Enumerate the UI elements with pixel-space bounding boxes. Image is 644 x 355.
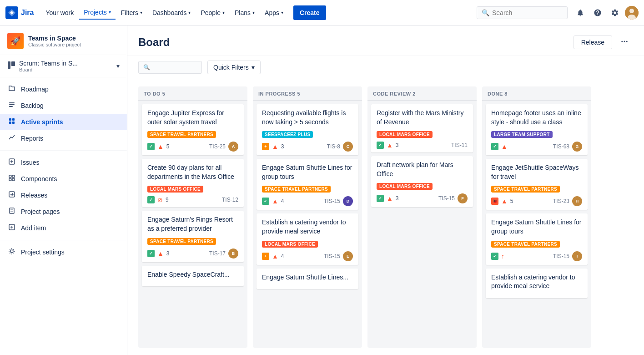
app-layout: 🚀 Teams in Space Classic software projec… [0, 25, 644, 355]
plans-chevron-icon: ▾ [252, 10, 255, 15]
card-title: Homepage footer uses an inline style - s… [491, 109, 582, 127]
table-row[interactable]: Engage Saturn Shuttle Lines for group to… [257, 159, 358, 210]
issue-id: TIS-15 [324, 198, 340, 204]
issue-type-icon: ✓ [262, 198, 269, 205]
filters-nav[interactable]: Filters ▾ [116, 6, 147, 19]
svg-rect-6 [9, 102, 15, 103]
user-avatar[interactable] [625, 6, 639, 20]
filters-chevron-icon: ▾ [140, 10, 142, 15]
people-chevron-icon: ▾ [222, 10, 225, 15]
sidebar-item-roadmap[interactable]: Roadmap [0, 81, 127, 97]
board-search[interactable]: 🔍 [138, 61, 202, 74]
table-row[interactable]: Engage Saturn Shuttle Lines for group to… [486, 213, 588, 264]
sidebar-item-active-sprints[interactable]: Active sprints [0, 114, 127, 130]
svg-rect-21 [10, 208, 14, 213]
project-pages-icon [7, 207, 16, 216]
svg-rect-4 [8, 61, 10, 69]
table-row[interactable]: Enable Speedy SpaceCraft... [142, 266, 244, 287]
sidebar-item-releases[interactable]: Releases [0, 187, 127, 203]
sidebar-item-project-settings[interactable]: Project settings [0, 244, 127, 260]
table-row[interactable]: Homepage footer uses an inline style - s… [486, 104, 588, 155]
project-header: 🚀 Teams in Space Classic software projec… [0, 25, 127, 55]
issue-type-icon: ✓ [377, 142, 384, 149]
main-content: Board Release 🔍 Quick Filters ▾ [127, 25, 644, 355]
card-title: Register with the Mars Ministry of Reven… [377, 109, 468, 127]
issue-id: TIS-15 [553, 253, 569, 259]
board-column-done: DONE 8 Homepage footer uses an inline st… [482, 86, 591, 348]
settings-icon[interactable] [608, 5, 622, 20]
issues-icon [7, 158, 16, 167]
projects-nav[interactable]: Projects ▾ [79, 6, 116, 20]
table-row[interactable]: Register with the Mars Ministry of Reven… [371, 104, 473, 152]
table-row[interactable]: Create 90 day plans for all departments … [142, 159, 244, 207]
help-icon[interactable] [590, 5, 605, 20]
search-box[interactable]: 🔍 [477, 6, 568, 19]
svg-point-2 [629, 9, 634, 13]
board-selector[interactable]: Scrum: Teams in S... Board ▾ [0, 55, 127, 77]
table-row[interactable]: Engage Saturn Shuttle Lines... [257, 269, 358, 289]
avatar: E [343, 251, 353, 261]
issue-id: TIS-23 [553, 198, 569, 204]
priority-icon: ▲ [272, 143, 278, 150]
sidebar-item-backlog[interactable]: Backlog [0, 97, 127, 114]
priority-icon: ▲ [157, 143, 164, 150]
board-icon [7, 61, 15, 71]
table-row[interactable]: Establish a catering vendor to provide m… [257, 213, 358, 264]
board-search-input[interactable] [153, 64, 197, 71]
release-button[interactable]: Release [574, 36, 612, 49]
card-tag: LOCAL MARS OFFICE [262, 241, 318, 248]
avatar: A [228, 142, 238, 152]
story-points: 5 [166, 143, 170, 150]
apps-nav[interactable]: Apps ▾ [260, 6, 288, 19]
card-title: Engage Saturn Shuttle Lines for group to… [262, 163, 353, 181]
story-points: 9 [166, 197, 169, 203]
sidebar-item-project-pages[interactable]: Project pages [0, 203, 127, 220]
priority-icon: ▲ [272, 198, 278, 205]
table-row[interactable]: Draft network plan for Mars Office LOCAL… [371, 156, 473, 207]
reports-label: Reports [21, 135, 43, 142]
board-column-codereview: CODE REVIEW 2 Register with the Mars Min… [367, 86, 477, 348]
people-nav[interactable]: People ▾ [196, 6, 229, 19]
sidebar-item-components[interactable]: Components [0, 171, 127, 187]
quick-filters-button[interactable]: Quick Filters ▾ [207, 61, 261, 74]
card-title: Requesting available flights is now taki… [262, 109, 353, 127]
plans-nav[interactable]: Plans ▾ [230, 6, 259, 19]
components-label: Components [21, 175, 57, 183]
search-input[interactable] [492, 9, 563, 16]
avatar: C [343, 142, 353, 152]
releases-label: Releases [21, 192, 47, 199]
table-row[interactable]: Requesting available flights is now taki… [257, 104, 358, 155]
sidebar-item-add-item[interactable]: Add item [0, 220, 127, 236]
sidebar-item-reports[interactable]: Reports [0, 130, 127, 147]
issue-id: TIS-68 [553, 143, 569, 150]
svg-rect-11 [9, 122, 11, 124]
card-tag: SPACE TRAVEL PARTNERS [491, 186, 560, 193]
project-info: Teams in Space Classic software project [28, 35, 81, 47]
table-row[interactable]: Engage Saturn's Rings Resort as a prefer… [142, 211, 244, 262]
table-row[interactable]: Engage Jupiter Express for outer solar s… [142, 104, 244, 155]
add-item-icon [7, 223, 16, 233]
sidebar-divider-1 [0, 150, 127, 151]
column-header-codereview: CODE REVIEW 2 [367, 86, 477, 101]
card-title: Draft network plan for Mars Office [377, 161, 468, 178]
dashboards-nav[interactable]: Dashboards ▾ [148, 6, 196, 19]
jira-logo[interactable]: Jira [5, 6, 34, 19]
active-sprints-icon [7, 117, 16, 127]
your-work-nav[interactable]: Your work [41, 6, 78, 19]
sidebar: 🚀 Teams in Space Classic software projec… [0, 25, 127, 355]
apps-chevron-icon: ▾ [281, 10, 283, 15]
card-footer: ✓ ↑ TIS-15 I [491, 251, 582, 261]
notifications-icon[interactable] [573, 5, 588, 20]
column-cards-done: Homepage footer uses an inline style - s… [482, 101, 591, 348]
board-chevron-icon: ▾ [116, 62, 120, 70]
story-points: 3 [166, 250, 170, 257]
project-name: Teams in Space [28, 35, 81, 42]
table-row[interactable]: Establish a catering vendor to provide m… [486, 269, 588, 298]
sidebar-item-issues[interactable]: Issues [0, 154, 127, 171]
create-button[interactable]: Create [293, 5, 326, 20]
more-options-button[interactable] [616, 35, 633, 50]
table-row[interactable]: Engage JetShuttle SpaceWays for travel S… [486, 159, 588, 210]
issue-id: TIS-15 [324, 253, 340, 259]
issue-id: TIS-11 [451, 142, 468, 148]
card-title: Establish a catering vendor to provide m… [262, 218, 353, 236]
